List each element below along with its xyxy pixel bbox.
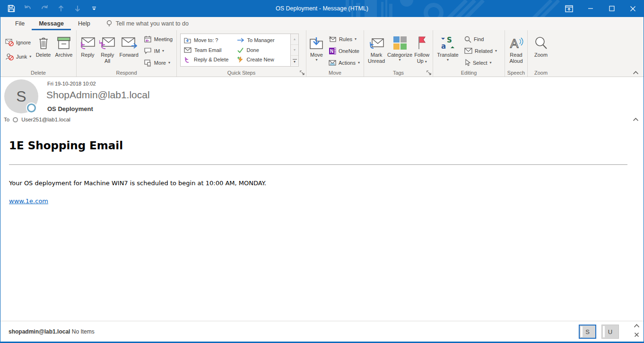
find-icon <box>464 36 471 43</box>
find-button[interactable]: Find <box>463 34 498 44</box>
dropdown-arrow-icon: ▾ <box>495 49 497 53</box>
actions-label: Actions <box>339 60 356 66</box>
redo-icon[interactable] <box>40 3 49 14</box>
maximize-icon[interactable] <box>601 0 622 17</box>
people-button-u[interactable]: U <box>601 325 619 339</box>
more-respond-button[interactable]: More ▾ <box>142 58 174 68</box>
dropdown-arrow-icon: ▾ <box>358 61 360 65</box>
ignore-button[interactable]: Ignore <box>4 37 33 48</box>
dropdown-arrow-icon: ▾ <box>425 60 427 64</box>
select-cursor-icon <box>464 59 470 66</box>
avatar-initial: S <box>16 88 26 105</box>
lightbulb-icon <box>106 20 113 27</box>
undo-icon[interactable] <box>23 3 33 14</box>
rules-label: Rules <box>339 36 352 42</box>
mark-unread-button[interactable]: Mark Unread <box>366 32 387 69</box>
categorize-button[interactable]: Categorize ▾ <box>387 32 412 69</box>
tags-dialog-launcher-icon[interactable] <box>426 70 431 75</box>
forward-button[interactable]: Forward <box>118 32 140 69</box>
translate-button[interactable]: Sa Translate ▾ <box>435 32 461 69</box>
status-account: shopadmin@lab1.local <box>9 328 70 335</box>
quick-step-to-manager[interactable]: To Manager <box>237 37 290 43</box>
onenote-label: OneNote <box>339 48 359 54</box>
meeting-button[interactable]: Meeting <box>142 34 174 44</box>
ignore-label: Ignore <box>16 40 31 45</box>
read-aloud-button[interactable]: A Read Aloud <box>506 32 526 69</box>
reply-all-icon <box>99 34 115 52</box>
expand-people-bar-icon[interactable] <box>634 324 640 328</box>
outlook-message-window: OS Deployment - Message (HTML) File Mess… <box>0 0 644 343</box>
move-folder-icon <box>309 34 323 52</box>
reply-button[interactable]: Reply <box>78 32 97 69</box>
junk-button[interactable]: Junk ▾ <box>4 51 33 62</box>
customize-qat-icon[interactable] <box>89 3 99 14</box>
zoom-button[interactable]: Zoom <box>529 32 553 69</box>
reply-delete-icon <box>184 57 191 63</box>
delete-button[interactable]: Delete <box>34 32 53 69</box>
quick-step-move-to[interactable]: Move to: ? <box>184 37 237 43</box>
quick-step-label: Move to: ? <box>194 37 218 43</box>
tab-message[interactable]: Message <box>32 17 71 30</box>
move-to-folder-icon <box>184 37 191 43</box>
sender-address[interactable]: ShopAdmin@lab1.local <box>46 89 150 101</box>
quick-step-team-email[interactable]: Team Email <box>184 47 237 53</box>
reply-all-button[interactable]: Reply All <box>97 32 118 69</box>
scroll-up-icon[interactable]: ▲ <box>291 34 298 45</box>
save-icon[interactable] <box>7 3 16 14</box>
archive-button[interactable]: Archive <box>53 32 75 69</box>
close-icon[interactable] <box>622 0 644 17</box>
recipient-address[interactable]: User251@lab1.local <box>21 117 70 122</box>
ignore-icon <box>5 39 14 46</box>
im-icon <box>144 47 152 54</box>
tab-help[interactable]: Help <box>71 17 97 30</box>
mark-unread-label: Mark Unread <box>366 52 387 64</box>
close-people-bar-icon[interactable] <box>634 332 639 337</box>
quick-step-reply-delete[interactable]: Reply & Delete <box>184 57 237 63</box>
dropdown-arrow-icon: ▾ <box>29 55 31 59</box>
zoom-icon <box>534 34 548 52</box>
find-label: Find <box>474 36 484 42</box>
im-button[interactable]: IM ▾ <box>142 46 174 56</box>
collapse-ribbon-icon[interactable] <box>633 71 639 75</box>
team-email-icon <box>184 47 191 53</box>
quick-steps-scrollbar: ▲ ▼ ▼ <box>291 34 299 67</box>
onenote-button[interactable]: N OneNote <box>327 46 361 56</box>
people-initial: U <box>608 328 612 335</box>
group-label-quick-steps: Quick Steps <box>177 70 306 76</box>
select-button[interactable]: Select ▾ <box>463 58 498 68</box>
meeting-label: Meeting <box>154 36 173 42</box>
minimize-icon[interactable] <box>580 0 601 17</box>
move-button[interactable]: Move ▾ <box>308 32 325 69</box>
message-body: 1E Shopping Email Your OS deployment for… <box>0 127 644 321</box>
ribbon-tabs: File Message Help Tell me what you want … <box>0 17 644 30</box>
quick-steps-dialog-launcher-icon[interactable] <box>300 70 305 75</box>
more-actions-icon <box>144 59 152 67</box>
dropdown-arrow-icon: ▾ <box>447 58 449 62</box>
follow-up-button[interactable]: Follow Up ▾ <box>412 32 431 69</box>
archive-label: Archive <box>55 52 73 58</box>
people-button-s[interactable]: S <box>579 325 596 339</box>
categorize-icon <box>393 34 407 52</box>
body-link[interactable]: www.1e.com <box>9 197 48 205</box>
related-button[interactable]: Related ▾ <box>463 46 498 56</box>
tab-file[interactable]: File <box>8 17 32 30</box>
gallery-more-icon[interactable]: ▼ <box>291 56 298 66</box>
svg-text:A: A <box>510 36 519 50</box>
move-down-icon[interactable] <box>73 3 82 14</box>
move-up-icon[interactable] <box>56 3 66 14</box>
actions-button[interactable]: Actions ▾ <box>327 58 361 68</box>
rules-button[interactable]: Rules ▾ <box>327 34 361 44</box>
collapse-header-icon[interactable] <box>633 118 639 121</box>
quick-step-create-new[interactable]: Create New <box>237 56 290 63</box>
tell-me-box[interactable]: Tell me what you want to do <box>106 17 189 30</box>
scroll-down-icon[interactable]: ▼ <box>291 45 298 56</box>
quick-step-done[interactable]: Done <box>237 47 290 53</box>
junk-icon <box>5 53 14 60</box>
related-label: Related <box>475 48 493 54</box>
body-paragraph: Your OS deployment for Machine WIN7 is s… <box>9 180 627 187</box>
zoom-label: Zoom <box>534 52 548 58</box>
titlebar-artwork <box>336 0 573 17</box>
dropdown-arrow-icon: ▾ <box>315 58 317 62</box>
forward-icon <box>121 34 137 52</box>
ribbon-display-options-icon[interactable] <box>558 0 580 17</box>
